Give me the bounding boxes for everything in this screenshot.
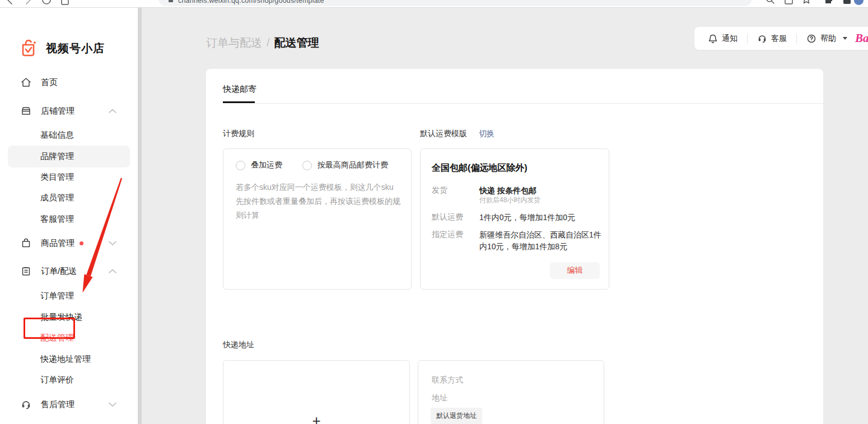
notifications-button[interactable]: 通知 xyxy=(708,34,738,44)
screen: channels.weixin.qq.com/shop/goods/templa… xyxy=(0,0,868,424)
radio-highest-postage[interactable] xyxy=(302,161,312,170)
default-return-address-badge: 默认退货地址 xyxy=(431,408,482,424)
sidebar-scrollbar[interactable] xyxy=(138,8,142,424)
clipboard-icon xyxy=(20,265,32,277)
bell-icon xyxy=(708,34,718,44)
home-icon xyxy=(20,77,32,88)
row-value-specified-fee: 新疆维吾尔自治区、西藏自治区1件内10元，每增加1件加8元 xyxy=(479,229,603,253)
breadcrumb: 订单与配送/配送管理 xyxy=(206,35,319,50)
row-value-shipping: 快递 按条件包邮 xyxy=(479,185,603,197)
customer-service-button[interactable]: 客服 xyxy=(757,34,787,44)
sidebar-item-delivery-mgmt[interactable]: 配送管理 xyxy=(0,327,138,348)
sidebar-item-order-reviews[interactable]: 订单评价 xyxy=(0,369,138,390)
notification-dot xyxy=(80,241,83,245)
browser-search-icon[interactable] xyxy=(764,0,776,6)
browser-forward-icon[interactable] xyxy=(22,0,34,6)
chevron-down-icon[interactable] xyxy=(108,240,117,246)
divider xyxy=(796,34,797,44)
row-label-default-fee: 默认运费 xyxy=(432,212,463,222)
breadcrumb-parent[interactable]: 订单与配送 xyxy=(206,36,262,49)
tab-express-mail[interactable]: 快递邮寄 xyxy=(223,84,256,95)
shop-bag-logo-icon xyxy=(20,39,38,58)
radio-stack-shipping[interactable] xyxy=(236,161,245,170)
add-address-box[interactable]: + xyxy=(223,360,410,424)
question-circle-icon xyxy=(806,34,816,44)
sidebar-item-batch-shipping[interactable]: 批量发快递 xyxy=(0,306,138,328)
contact-label: 联系方式 xyxy=(432,375,463,385)
address-label: 地址 xyxy=(432,393,447,403)
caret-down-icon xyxy=(843,37,847,40)
store-icon xyxy=(20,105,32,117)
row-sub-shipping: 付款后48小时内发货 xyxy=(479,195,540,205)
breadcrumb-separator: / xyxy=(262,36,274,49)
sidebar-item-home[interactable]: 首页 xyxy=(0,72,138,93)
url-text[interactable]: channels.weixin.qq.com/shop/goods/templa… xyxy=(178,0,324,4)
browser-profile-avatar[interactable] xyxy=(854,0,864,5)
app-logo: 视频号小店 xyxy=(20,39,105,58)
divider xyxy=(747,34,748,44)
site-info-icon[interactable] xyxy=(167,0,175,5)
browser-bookmark-star-icon[interactable] xyxy=(801,0,812,6)
sidebar-item-basic-info[interactable]: 基础信息 xyxy=(0,124,138,146)
row-label-specified-fee: 指定运费 xyxy=(432,230,463,240)
template-name: 全国包邮(偏远地区除外) xyxy=(432,162,528,174)
billing-radio-group: 叠加运费 按最高商品邮费计费 xyxy=(236,160,403,170)
tab-divider xyxy=(223,103,823,104)
breadcrumb-current: 配送管理 xyxy=(274,36,319,49)
billing-description: 若多个sku对应同一个运费模板，则这几个sku先按件数或者重量叠加后，再按该运费… xyxy=(236,180,401,222)
sidebar: 视频号小店 首页 店铺管理 基础信息 品牌管理 类目管理 成员管理 客服管理 商… xyxy=(0,8,138,424)
content-card: 快递邮寄 计费规则 默认运费模版 切换 叠加运费 按最高商品邮费计费 若多个sk… xyxy=(206,69,823,424)
brand-logo[interactable]: Ba xyxy=(855,32,868,44)
plus-icon[interactable]: + xyxy=(223,412,409,424)
sidebar-item-brand-mgmt[interactable]: 品牌管理 xyxy=(0,146,138,167)
sidebar-item-express-address-mgmt[interactable]: 快递地址管理 xyxy=(0,348,138,370)
headset-icon xyxy=(20,399,32,410)
browser-toolbar: channels.weixin.qq.com/shop/goods/templa… xyxy=(0,0,868,8)
chevron-down-icon[interactable] xyxy=(108,402,117,407)
browser-back-icon[interactable] xyxy=(4,0,16,6)
browser-reload-icon[interactable] xyxy=(40,0,53,6)
billing-rules-title: 计费规则 xyxy=(223,129,254,139)
sidebar-item-product-mgmt[interactable]: 商品管理 xyxy=(0,232,138,254)
brand-logo-glyph: Ba xyxy=(855,32,868,44)
browser-page-icon[interactable] xyxy=(59,0,71,6)
express-address-title: 快递地址 xyxy=(223,340,254,350)
billing-rules-box: 叠加运费 按最高商品邮费计费 若多个sku对应同一个运费模板，则这几个sku先按… xyxy=(223,148,412,290)
browser-extensions-icon[interactable] xyxy=(822,0,833,6)
sidebar-item-order-mgmt[interactable]: 订单管理 xyxy=(0,285,138,306)
bag-icon xyxy=(20,237,32,249)
help-button[interactable]: 帮助 xyxy=(806,34,847,44)
sidebar-item-category-mgmt[interactable]: 类目管理 xyxy=(0,166,138,188)
default-template-title: 默认运费模版 xyxy=(420,129,467,139)
sidebar-item-service-mgmt[interactable]: 客服管理 xyxy=(0,208,138,230)
headset-icon xyxy=(757,34,767,44)
sidebar-item-order-delivery[interactable]: 订单/配送 xyxy=(0,260,138,282)
app-title: 视频号小店 xyxy=(46,41,105,56)
address-info-box: 联系方式 地址 默认退货地址 xyxy=(418,360,604,424)
shipping-template-box: 全国包邮(偏远地区除外) 发货 快递 按条件包邮 付款后48小时内发货 默认运费… xyxy=(420,148,609,290)
browser-downloads-icon[interactable] xyxy=(841,0,852,6)
header-actions: 通知 客服 帮助 Ba 1 xyxy=(694,27,868,50)
edit-button[interactable]: 编辑 xyxy=(550,262,600,279)
sidebar-item-store-mgmt[interactable]: 店铺管理 xyxy=(0,100,138,122)
chevron-up-icon[interactable] xyxy=(108,268,117,274)
switch-template-link[interactable]: 切换 xyxy=(479,129,494,139)
sidebar-item-member-mgmt[interactable]: 成员管理 xyxy=(0,187,138,208)
sidebar-item-aftersales-mgmt[interactable]: 售后管理 xyxy=(0,394,138,415)
row-value-default-fee: 1件内0元，每增加1件加0元 xyxy=(479,212,603,223)
row-label-shipping: 发货 xyxy=(432,185,447,195)
chevron-up-icon[interactable] xyxy=(108,108,117,114)
browser-save-icon[interactable] xyxy=(783,0,794,6)
